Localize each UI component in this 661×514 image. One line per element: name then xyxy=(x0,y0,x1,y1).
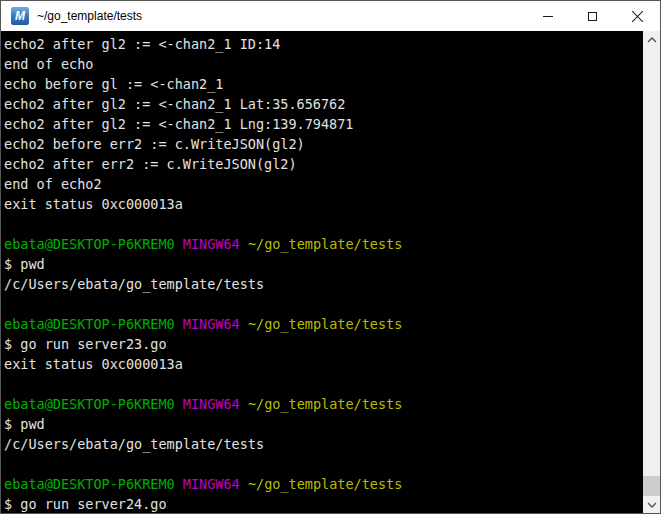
terminal-line: echo2 after err2 := c.WriteJSON(gl2) xyxy=(4,154,643,174)
terminal-line: echo before gl := <-chan2_1 xyxy=(4,74,643,94)
window-body: echo2 after gl2 := <-chan2_1 ID:14end of… xyxy=(1,31,660,513)
window-controls xyxy=(525,1,660,31)
maximize-icon xyxy=(588,12,597,21)
maximize-button[interactable] xyxy=(570,1,615,31)
chevron-up-icon xyxy=(647,37,657,43)
terminal-line xyxy=(4,374,643,394)
terminal-line: exit status 0xc000013a xyxy=(4,354,643,374)
mintty-window: M ~/go_template/tests echo2 after gl2 :=… xyxy=(0,0,661,514)
terminal-output[interactable]: echo2 after gl2 := <-chan2_1 ID:14end of… xyxy=(1,31,643,513)
terminal-line: ebata@DESKTOP-P6KREM0 MINGW64 ~/go_templ… xyxy=(4,474,643,494)
mintty-icon[interactable]: M xyxy=(11,7,29,25)
terminal-line: $ pwd xyxy=(4,254,643,274)
terminal-line: /c/Users/ebata/go_template/tests xyxy=(4,274,643,294)
minimize-icon xyxy=(543,16,553,17)
close-icon xyxy=(631,10,644,23)
terminal-line: ebata@DESKTOP-P6KREM0 MINGW64 ~/go_templ… xyxy=(4,234,643,254)
terminal-line: $ pwd xyxy=(4,414,643,434)
terminal-line xyxy=(4,294,643,314)
terminal-line: echo2 after gl2 := <-chan2_1 Lng:139.794… xyxy=(4,114,643,134)
window-title: ~/go_template/tests xyxy=(37,9,142,23)
terminal-line: end of echo xyxy=(4,54,643,74)
terminal-line: end of echo2 xyxy=(4,174,643,194)
terminal-line: ebata@DESKTOP-P6KREM0 MINGW64 ~/go_templ… xyxy=(4,394,643,414)
minimize-button[interactable] xyxy=(525,1,570,31)
terminal-line xyxy=(4,214,643,234)
terminal-line xyxy=(4,454,643,474)
terminal-line: echo2 after gl2 := <-chan2_1 Lat:35.6567… xyxy=(4,94,643,114)
terminal-line: $ go run server24.go xyxy=(4,494,643,513)
scroll-down-button[interactable] xyxy=(643,496,660,513)
terminal-line: ebata@DESKTOP-P6KREM0 MINGW64 ~/go_templ… xyxy=(4,314,643,334)
scrollbar[interactable] xyxy=(643,31,660,513)
terminal-line: $ go run server23.go xyxy=(4,334,643,354)
title-bar[interactable]: M ~/go_template/tests xyxy=(1,1,660,31)
chevron-down-icon xyxy=(647,502,657,508)
terminal-line: echo2 before err2 := c.WriteJSON(gl2) xyxy=(4,134,643,154)
scroll-up-button[interactable] xyxy=(643,31,660,48)
close-button[interactable] xyxy=(615,1,660,31)
terminal-line: echo2 after gl2 := <-chan2_1 ID:14 xyxy=(4,34,643,54)
terminal-line: /c/Users/ebata/go_template/tests xyxy=(4,434,643,454)
terminal-line: exit status 0xc000013a xyxy=(4,194,643,214)
scrollbar-thumb[interactable] xyxy=(643,476,660,496)
